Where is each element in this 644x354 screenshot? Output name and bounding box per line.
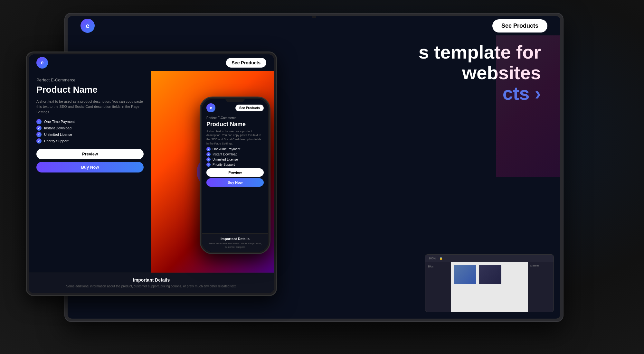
editor-sidebar-label: Bloc bbox=[425, 262, 451, 271]
tablet-buy-button[interactable]: Buy Now bbox=[36, 162, 144, 172]
phone-product-title: Product Name bbox=[206, 121, 264, 128]
editor-right-panel: Classes bbox=[528, 262, 554, 312]
phone-important-title: Important Details bbox=[206, 237, 264, 241]
tablet-feature-unlimited-license: Unlimited License bbox=[36, 132, 144, 137]
tablet-check-one-time bbox=[36, 119, 42, 124]
tablet-preview-button[interactable]: Preview bbox=[36, 149, 144, 159]
phone-device: e See Products Perfect E-Commerce Produc… bbox=[200, 97, 270, 254]
tablet-important-title: Important Details bbox=[36, 277, 266, 283]
laptop-see-products-button[interactable]: See Products bbox=[492, 19, 547, 33]
editor-main-area bbox=[451, 262, 528, 312]
tablet-feature-list: One-Time Payment Instant Download Unlimi… bbox=[36, 119, 144, 144]
phone-content: e See Products Perfect E-Commerce Produc… bbox=[202, 99, 268, 252]
tablet-feature-label-priority: Priority Support bbox=[44, 139, 69, 143]
thumb-template bbox=[479, 265, 501, 284]
phone-feature-priority-support: Priority Support bbox=[206, 163, 264, 167]
tablet-see-products-button[interactable]: See Products bbox=[226, 58, 266, 68]
phone-feature-label-one-time: One-Time Payment bbox=[213, 147, 240, 151]
editor-topbar: 100% 🔒 bbox=[425, 255, 554, 262]
editor-zoom: 100% bbox=[429, 257, 436, 260]
editor-lock-icon: 🔒 bbox=[439, 257, 443, 260]
editor-content: Bloc Classes bbox=[425, 262, 554, 312]
phone-check-unlimited bbox=[206, 157, 211, 162]
phone-body: e See Products Perfect E-Commerce Produc… bbox=[200, 97, 270, 254]
editor-panel-label: Classes bbox=[528, 262, 554, 269]
phone-notch bbox=[225, 99, 245, 102]
phone-feature-unlimited-license: Unlimited License bbox=[206, 157, 264, 162]
phone-logo: e bbox=[206, 103, 215, 112]
tablet-product-info: Perfect E-Commerce Product Name A short … bbox=[29, 71, 151, 273]
tablet-check-priority bbox=[36, 138, 42, 144]
tablet-feature-one-time-payment: One-Time Payment bbox=[36, 119, 144, 124]
laptop-pink-hint bbox=[496, 35, 560, 177]
tablet-check-instant bbox=[36, 126, 42, 131]
phone-important-description: Some additional information about the pr… bbox=[206, 242, 264, 249]
phone-screen: e See Products Perfect E-Commerce Produc… bbox=[202, 99, 268, 252]
phone-preview-button[interactable]: Preview bbox=[206, 168, 264, 177]
phone-feature-label-priority: Priority Support bbox=[213, 163, 235, 166]
tablet-feature-instant-download: Instant Download bbox=[36, 126, 144, 131]
phone-feature-list: One-Time Payment Instant Download Unlimi… bbox=[206, 147, 264, 167]
phone-feature-label-unlimited: Unlimited License bbox=[213, 158, 238, 161]
laptop-nav: e See Products bbox=[68, 16, 560, 35]
tablet-product-description: A short text to be used as a product des… bbox=[36, 99, 144, 115]
phone-buy-button[interactable]: Buy Now bbox=[206, 178, 264, 187]
thumb-person bbox=[454, 265, 476, 284]
tablet-product-title: Product Name bbox=[36, 85, 144, 95]
phone-feature-one-time: One-Time Payment bbox=[206, 147, 264, 151]
tablet-nav: e See Products bbox=[29, 54, 274, 71]
tablet-important-description: Some additional information about the pr… bbox=[36, 284, 266, 289]
phone-product-description: A short text to be used as a product des… bbox=[206, 129, 264, 145]
phone-feature-instant-download: Instant Download bbox=[206, 152, 264, 156]
tablet-check-unlimited bbox=[36, 132, 42, 137]
laptop-notch bbox=[312, 16, 316, 18]
editor-thumbnails bbox=[451, 262, 528, 312]
tablet-logo: e bbox=[36, 57, 48, 69]
phone-see-products-button[interactable]: See Products bbox=[235, 105, 264, 111]
tablet-feature-label-one-time: One-Time Payment bbox=[44, 120, 75, 124]
background: e See Products s template for websites c… bbox=[0, 0, 644, 354]
phone-feature-label-instant: Instant Download bbox=[213, 153, 237, 156]
phone-check-priority bbox=[206, 163, 211, 167]
phone-main: Perfect E-Commerce Product Name A short … bbox=[202, 113, 268, 233]
tablet-feature-label-unlimited: Unlimited License bbox=[44, 133, 72, 136]
laptop-editor-area: 100% 🔒 Bloc bbox=[425, 254, 554, 312]
tablet-feature-priority-support: Priority Support bbox=[36, 138, 144, 144]
phone-important-section: Important Details Some additional inform… bbox=[202, 233, 268, 252]
phone-product-subtitle: Perfect E-Commerce bbox=[206, 116, 264, 120]
editor-sidebar: Bloc bbox=[425, 262, 451, 312]
laptop-logo: e bbox=[80, 19, 95, 33]
tablet-feature-label-instant: Instant Download bbox=[44, 126, 71, 130]
tablet-product-subtitle: Perfect E-Commerce bbox=[36, 78, 144, 82]
phone-check-instant bbox=[206, 152, 211, 156]
phone-check-one-time bbox=[206, 147, 211, 151]
tablet-important-section: Important Details Some additional inform… bbox=[29, 273, 274, 293]
